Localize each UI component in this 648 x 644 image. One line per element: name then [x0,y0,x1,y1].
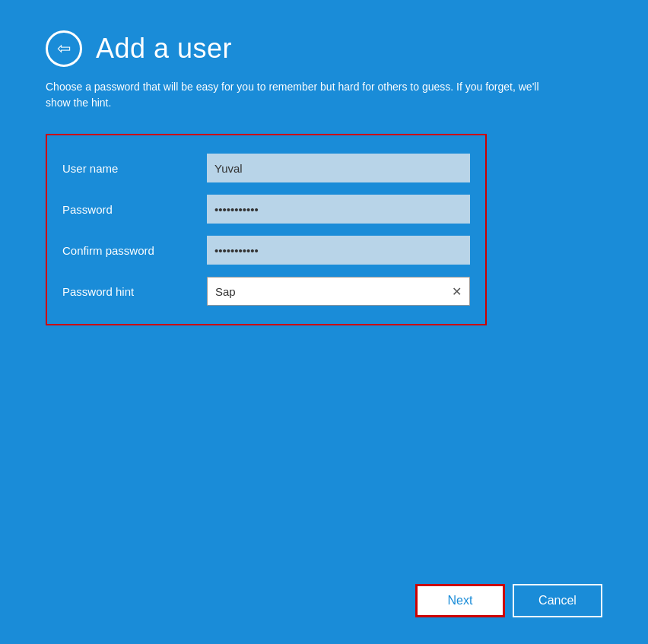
subtitle-text: Choose a password that will be easy for … [46,79,563,111]
username-row: User name [62,154,470,182]
bottom-actions: Next Cancel [415,584,602,617]
confirm-password-label: Confirm password [62,244,207,257]
back-button[interactable]: ⇦ [46,30,82,67]
confirm-password-input[interactable] [207,236,470,265]
page-title: Add a user [96,33,232,65]
next-button[interactable]: Next [415,584,505,617]
header: ⇦ Add a user [46,30,602,67]
page-container: ⇦ Add a user Choose a password that will… [0,0,648,644]
password-hint-input[interactable] [207,277,470,306]
password-hint-label: Password hint [62,285,207,298]
hint-wrapper: ✕ [207,277,470,306]
password-input[interactable] [207,195,470,224]
form-container: User name Password Confirm password Pass… [46,134,487,325]
cancel-button[interactable]: Cancel [513,584,602,617]
username-label: User name [62,162,207,175]
clear-icon: ✕ [452,284,462,299]
confirm-password-row: Confirm password [62,236,470,265]
password-label: Password [62,203,207,216]
back-arrow-icon: ⇦ [57,40,71,57]
username-input[interactable] [207,154,470,182]
password-hint-row: Password hint ✕ [62,277,470,306]
password-row: Password [62,195,470,224]
clear-hint-button[interactable]: ✕ [449,284,464,299]
